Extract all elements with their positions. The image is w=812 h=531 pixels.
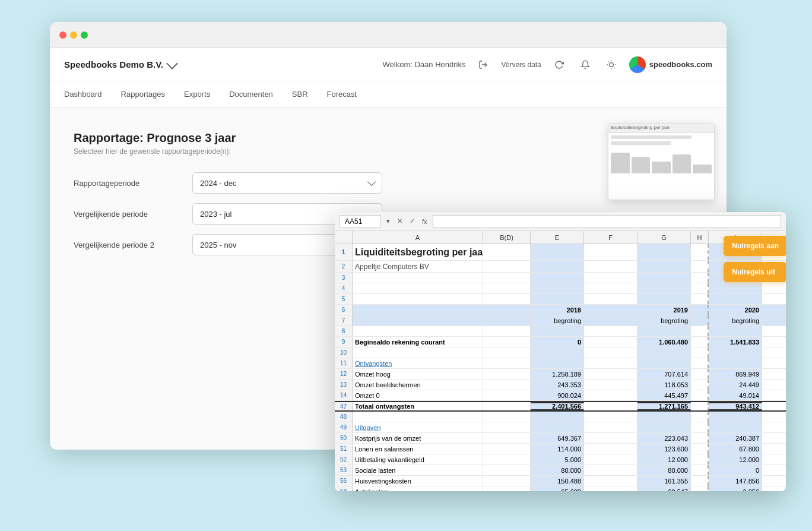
orange-buttons-container: Nulregels aan Nulregels uit <box>724 236 786 282</box>
cell-val: 2.856 <box>709 486 762 491</box>
row-num-2: 2 <box>335 261 353 272</box>
cell-val: 1.258.189 <box>531 369 584 379</box>
col-header-g: G <box>637 231 691 244</box>
close-dot[interactable] <box>59 31 66 39</box>
col-header-num <box>335 231 353 244</box>
theme-icon[interactable] <box>603 56 620 73</box>
cell-val: 49.014 <box>709 390 762 400</box>
rapportageperiode-select[interactable]: 2024 - dec <box>192 172 382 194</box>
speedbooks-logo: speedbooks.com <box>629 56 712 73</box>
thumb-bar-5 <box>693 165 712 173</box>
table-row: 7 begroting begroting begroting <box>335 315 786 326</box>
table-row: 12 Omzet hoog 1.258.189 707.614 869.949 … <box>335 369 786 380</box>
table-row: 3 <box>335 273 786 283</box>
nav-rapportages[interactable]: Rapportages <box>121 87 165 101</box>
cell-2g <box>637 261 691 272</box>
maximize-dot[interactable] <box>81 31 88 39</box>
col-header-e: E <box>531 231 584 244</box>
cell-val: 0 <box>531 337 584 347</box>
company-dropdown-icon[interactable] <box>166 58 178 69</box>
col-header-b: B(D) <box>483 231 531 244</box>
refresh-icon[interactable] <box>551 56 567 73</box>
cell-1e <box>531 244 584 260</box>
table-row: 9 Beginsaldo rekening courant 0 1.060.48… <box>335 337 786 347</box>
cell-val: 24.449 <box>709 380 762 390</box>
select-chevron-1 <box>367 178 376 186</box>
thumb-bar-3 <box>652 162 671 173</box>
notification-icon[interactable] <box>577 56 594 73</box>
minimize-dot[interactable] <box>70 31 77 39</box>
table-row: 10 <box>335 347 786 358</box>
cell-label: Lonen en salarissen <box>353 444 483 454</box>
cell-2b <box>483 261 531 272</box>
nav-sbr[interactable]: SBR <box>292 87 308 101</box>
type-2018: begroting <box>531 315 584 325</box>
cell-val: 1.271.165 <box>637 402 691 410</box>
year-2018: 2018 <box>531 305 584 315</box>
cell-val: 5.000 <box>531 454 584 464</box>
cell-val: 649.367 <box>531 433 584 443</box>
logout-icon[interactable] <box>475 56 491 73</box>
welcome-text: Welkom: Daan Hendriks <box>383 60 466 69</box>
year-2019: 2019 <box>637 305 691 315</box>
table-row: 47 Totaal ontvangsten 2.401.566 1.271.16… <box>335 401 786 412</box>
rapportageperiode-value: 2024 - dec <box>200 179 236 188</box>
nav-forecast[interactable]: Forecast <box>327 87 357 101</box>
col-header-f: F <box>584 231 637 244</box>
nulregels-aan-button[interactable]: Nulregels aan <box>724 236 786 256</box>
cancel-formula-icon[interactable]: ✕ <box>395 217 404 225</box>
refresh-label: Ververs data <box>501 61 541 69</box>
thumb-header: Exploitatiebegroting per jaar <box>608 124 714 133</box>
nav-exports[interactable]: Exports <box>184 87 210 101</box>
cell-label: Beginsaldo rekening courant <box>353 337 483 347</box>
table-row: 52 Uitbetaling vakantiegeld 5.000 12.000… <box>335 454 786 465</box>
cell-val: 869.949 <box>709 369 762 379</box>
field-label-3: Vergelijkende periode 2 <box>74 241 192 249</box>
table-row: 13 Omzet beeldschermen 243.353 118.053 2… <box>335 380 786 390</box>
cell-val: 223.043 <box>637 433 691 443</box>
cell-val: 707.614 <box>637 369 691 379</box>
cell-label: Kostprijs van de omzet <box>353 433 483 443</box>
svg-line-4 <box>608 61 609 62</box>
cell-val: 118.053 <box>637 380 691 390</box>
confirm-formula-icon[interactable]: ✓ <box>408 217 417 225</box>
col-header-a: A <box>353 231 483 244</box>
app-header: Speedbooks Demo B.V. Welkom: Daan Hendri… <box>50 48 727 81</box>
nav-documenten[interactable]: Documenten <box>229 87 273 101</box>
table-row: 5 <box>335 294 786 305</box>
formula-dropdown-icon[interactable]: ▾ <box>385 217 392 225</box>
field-label-1: Rapportageperiode <box>74 179 192 188</box>
logo-icon <box>629 56 646 73</box>
table-row: 49 Uitgaven <box>335 422 786 433</box>
cell-val: 12.000 <box>637 454 691 464</box>
table-row: 4 <box>335 283 786 294</box>
browser-dots <box>59 31 88 39</box>
company-name[interactable]: Speedbooks Demo B.V. <box>64 59 163 69</box>
cell-reference[interactable]: AA51 <box>340 215 381 228</box>
cell-val: 161.355 <box>637 476 691 486</box>
header-left: Speedbooks Demo B.V. <box>64 59 176 69</box>
cell-val: 123.600 <box>637 444 691 454</box>
row-num: 9 <box>335 337 353 347</box>
table-row: 53 Sociale lasten 80.000 80.000 0 1 <box>335 465 786 476</box>
thumb-bar-2 <box>632 157 651 173</box>
cell-label: Autokosten <box>353 486 483 491</box>
table-row: 8 <box>335 326 786 337</box>
formula-input[interactable] <box>433 215 781 228</box>
year-2020: 2020 <box>709 305 762 315</box>
function-icon[interactable]: fx <box>420 218 429 225</box>
cell-label[interactable]: Uitgaven <box>355 424 380 431</box>
nulregels-uit-button[interactable]: Nulregels uit <box>724 262 786 282</box>
nav-dashboard[interactable]: Dashboard <box>64 87 102 101</box>
cell-1h <box>691 244 709 260</box>
excel-window: AA51 ▾ ✕ ✓ fx A B(D) E F G H I J K 1 Liq… <box>335 212 786 491</box>
vergelijkende-periode-2-value: 2025 - nov <box>200 241 236 249</box>
cell-1b <box>483 244 531 260</box>
thumbnail-preview: Exploitatiebegroting per jaar <box>608 123 715 200</box>
cell-label[interactable]: Ontvangsten <box>355 360 392 367</box>
table-row: 1 Liquiditeitsbegroting per jaar <box>335 244 786 261</box>
header-right: Welkom: Daan Hendriks Ververs data <box>383 56 713 73</box>
table-row: 6 2018 2019 2020 <box>335 305 786 315</box>
table-row: 50 Kostprijs van de omzet 649.367 223.04… <box>335 433 786 444</box>
cell-val: 0 <box>709 465 762 475</box>
